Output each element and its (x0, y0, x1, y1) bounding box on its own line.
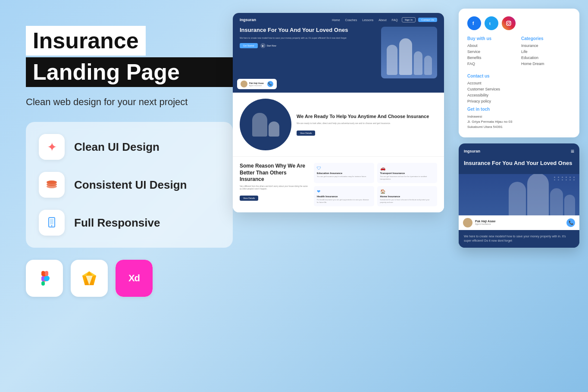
mock-help-text: We Are Ready To Help You Anytime And Cho… (297, 113, 437, 135)
clean-ui-icon: ✦ (39, 134, 65, 160)
education-title: Education Insurance (317, 172, 371, 174)
mock-help-sub: We are ready to look after, direct and h… (297, 122, 437, 125)
figma-badge (26, 260, 63, 297)
mock-logo: Ingsuran (240, 18, 256, 22)
feature-item-clean: ✦ Clean UI Design (39, 134, 220, 160)
title-block: Insurance Landing Page (26, 26, 233, 87)
agent-avatar (241, 81, 247, 87)
mock-reason-card-2: 🚗 Transport Insurance You can get Insura… (377, 163, 438, 183)
mock-reasons-sub: Very different from the others and don't… (240, 185, 309, 191)
responsive-icon (39, 210, 65, 236)
footer-buy-title: Buy with us (467, 36, 517, 41)
footer-link-home-dream[interactable]: Home Dream (521, 62, 571, 66)
mock-start-btn: ▶ Start Now (260, 43, 276, 48)
xd-badge: Xd (116, 260, 153, 297)
mobile-agent-info: Pak Haji Asaw Agent Insurance (475, 220, 495, 225)
svg-text:f: f (472, 21, 474, 26)
mobile-menu-icon[interactable]: ≡ (571, 148, 574, 155)
svg-rect-11 (41, 271, 45, 276)
transport-title: Transport Insurance (380, 172, 435, 174)
right-section: f t Buy with us About Service Benefits F… (459, 9, 579, 248)
mock-reason-card-4: 🏠 Home Insurance Investment for you to h… (377, 186, 438, 206)
facebook-icon[interactable]: f (467, 16, 481, 30)
mobile-agent-name: Pak Haji Asaw (475, 220, 495, 223)
home-icon: 🏠 (380, 189, 435, 194)
footer-link-privacy[interactable]: Privacy policy (467, 99, 571, 103)
health-title: Health Insurance (317, 195, 371, 198)
health-desc: For health insurance you can get top pro… (317, 199, 371, 203)
mobile-family-illustration (504, 174, 579, 216)
education-icon: 🛡 (317, 166, 371, 171)
instagram-icon[interactable] (502, 16, 516, 30)
mock-help-btn[interactable]: View Details (297, 131, 315, 136)
footer-link-about[interactable]: About (467, 44, 517, 48)
mock-hero-buttons: Get Started ▶ Start Now (240, 43, 381, 48)
mobile-hero-title: Insurance For You And Your Loved Ones (464, 160, 574, 167)
title-line2: Landing Page (26, 57, 233, 87)
footer-link-accessibility[interactable]: Accessibility (467, 93, 571, 97)
subtitle: Clean web design for your next project (26, 96, 233, 109)
transport-icon: 🚗 (380, 166, 435, 171)
left-section: Insurance Landing Page Clean web design … (26, 26, 233, 297)
footer-link-account[interactable]: Account (467, 81, 571, 85)
mock-hero-content: Insurance For You And Your Loved Ones We… (240, 27, 437, 78)
footer-link-life[interactable]: Life (521, 50, 571, 54)
mock-nav-lessons: Lessons (362, 19, 373, 22)
mobile-hero-text: Insurance For You And Your Loved Ones (459, 157, 579, 174)
consistent-ui-icon (39, 172, 65, 198)
mock-reasons-left: Some Reason Why We Are Better Than Other… (240, 163, 309, 206)
mock-help-section: We Are Ready To Help You Anytime And Cho… (233, 93, 444, 156)
svg-rect-14 (41, 281, 45, 286)
footer-link-benefits[interactable]: Benefits (467, 56, 517, 60)
agent-name: Pak Haji Asaw (249, 82, 264, 84)
twitter-icon[interactable]: t (485, 16, 498, 30)
mobile-call-btn[interactable]: 📞 (566, 218, 575, 227)
footer-link-faq[interactable]: FAQ (467, 62, 517, 66)
feature-label-consistent: Consistent UI Design (74, 178, 187, 192)
footer-address-line1: Jl. Griya Permata Hijau no 03 (467, 120, 513, 124)
footer-address-line2: Sukabumi Utara 54391 (467, 125, 503, 129)
mock-help-title: We Are Ready To Help You Anytime And Cho… (297, 113, 437, 119)
mock-hero-text: Insurance For You And Your Loved Ones We… (240, 27, 381, 48)
education-desc: You can get Insurance pay for education … (317, 175, 371, 178)
mock-hero-title: Insurance For You And Your Loved Ones (240, 27, 381, 34)
footer-link-customer-services[interactable]: Customer Services (467, 87, 571, 91)
mock-get-started-btn[interactable]: Get Started (240, 43, 258, 48)
footer-link-insurance[interactable]: Insurance (521, 44, 571, 48)
footer-address: Indrawesi Jl. Griya Permata Hijau no 03 … (467, 114, 571, 130)
mock-nav-faq: FAQ (392, 19, 398, 22)
svg-point-5 (51, 225, 53, 227)
svg-point-2 (47, 180, 57, 184)
mock-call-btn[interactable]: 📞 (267, 81, 273, 87)
svg-rect-4 (50, 219, 53, 224)
mock-family-image (381, 27, 437, 78)
mock-hero-section: Ingsuran Home Coaches Lessons About FAQ … (233, 13, 444, 93)
mock-hero-sub: We here to create new model how to save … (240, 37, 381, 40)
transport-desc: You can get Insurance and use live for i… (380, 175, 435, 180)
mock-reasons-grid: 🛡 Education Insurance You can get Insura… (314, 163, 437, 206)
home-title: Home Insurance (380, 195, 435, 198)
title-line1: Insurance (26, 26, 146, 56)
svg-rect-12 (45, 271, 48, 276)
mobile-bottom-content: We here to create new modelof how to sav… (459, 230, 579, 248)
mock-nav-home: Home (332, 19, 340, 22)
svg-point-28 (510, 22, 510, 22)
mock-nav-about: About (378, 19, 386, 22)
footer-link-service[interactable]: Service (467, 50, 517, 54)
browser-mockup-frame: Ingsuran Home Coaches Lessons About FAQ … (233, 13, 444, 212)
sketch-badge (71, 260, 108, 297)
footer-link-education[interactable]: Education (521, 56, 571, 60)
agent-info: Pak Haji Asaw Agent Insurance (249, 82, 264, 87)
mock-signin-btn: Sign In (402, 17, 416, 22)
mobile-agent-title: Agent Insurance (475, 223, 495, 225)
mobile-family-area: Pak Haji Asaw Agent Insurance 📞 (459, 174, 579, 230)
footer-social-icons: f t (467, 16, 571, 30)
footer-categories-title: Categories (521, 36, 571, 41)
home-desc: Investment for you to have a house in th… (380, 199, 435, 203)
mock-reasons-btn[interactable]: View Details (240, 196, 258, 201)
mock-play-icon: ▶ (260, 43, 266, 48)
mock-reason-card-3: ❤ Health Insurance For health insurance … (314, 186, 374, 206)
footer-card: f t Buy with us About Service Benefits F… (459, 9, 579, 137)
features-card: ✦ Clean UI Design Consistent UI Design (26, 122, 233, 248)
footer-address-name: Indrawesi (467, 115, 482, 118)
